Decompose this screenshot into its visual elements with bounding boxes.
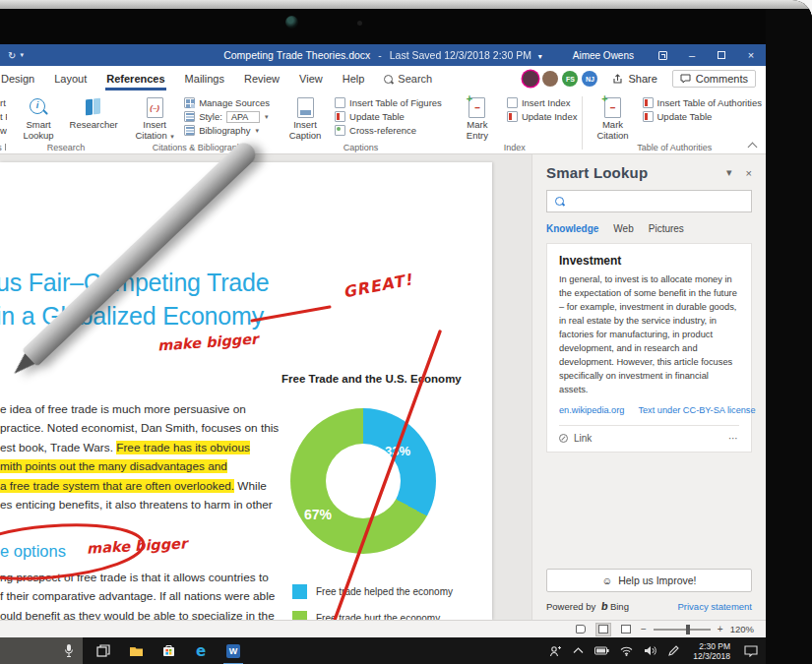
minimize-button[interactable]: – (677, 44, 707, 66)
chevron-up-icon[interactable] (573, 647, 584, 654)
insert-endnote-button[interactable]: rt Endnote (0, 96, 3, 109)
surface-device: ↻ ▾ Competing Trade Theories.docx - Last… (0, 0, 812, 664)
close-button[interactable]: × (736, 44, 766, 66)
zoom-in-button[interactable]: + (718, 624, 723, 634)
donut-chart[interactable]: 33% 67% (290, 408, 436, 554)
avatar-4[interactable]: NJ (582, 71, 597, 87)
word-taskbar-button[interactable]: W (225, 643, 241, 659)
share-label: Share (628, 73, 656, 85)
insert-table-of-figures-button[interactable]: Insert Table of Figures (335, 96, 442, 109)
pane-dropdown-icon[interactable]: ▾ (726, 166, 732, 179)
more-options-icon[interactable]: ⋯ (728, 433, 739, 444)
wikipedia-link[interactable]: en.wikipedia.org (559, 405, 624, 415)
zoom-slider[interactable] (654, 629, 711, 631)
comments-icon (680, 74, 691, 84)
insert-citation-button[interactable]: InsertCitation ▾ (129, 94, 180, 142)
pane-tab-web[interactable]: Web (613, 223, 633, 234)
tab-review[interactable]: Review (234, 66, 289, 91)
device-bezel-right (766, 9, 812, 664)
avatar-1[interactable] (523, 71, 538, 87)
comments-button[interactable]: Comments (672, 70, 756, 88)
battery-icon[interactable] (594, 646, 609, 655)
update-table-button[interactable]: Update Table (335, 110, 442, 123)
volume-icon[interactable] (644, 645, 656, 656)
doc-subheading: e options (0, 542, 66, 561)
signed-in-user[interactable]: Aimee Owens (573, 50, 634, 61)
system-tray: 2:30 PM 12/3/2018 (549, 641, 766, 661)
document-canvas[interactable]: us Fair–Competing Trade in a Globalized … (0, 154, 531, 620)
next-footnote-button[interactable]: t Footnote▾ (0, 110, 3, 123)
manage-sources-button[interactable]: Manage Sources (184, 96, 270, 109)
tab-mailings[interactable]: Mailings (175, 66, 234, 91)
read-mode-button[interactable] (573, 623, 589, 636)
tab-references[interactable]: References (96, 66, 174, 91)
update-index-icon (507, 111, 518, 122)
bibliography-button[interactable]: Bibliography▾ (184, 124, 270, 137)
card-heading: Investment (559, 254, 739, 268)
update-index-button[interactable]: Update Index (507, 110, 578, 123)
insert-caption-button[interactable]: InsertCaption (280, 94, 331, 141)
microsoft-store-button[interactable] (160, 643, 176, 659)
file-explorer-button[interactable] (128, 643, 144, 659)
redo-icon[interactable]: ↻ (8, 50, 16, 61)
ribbon-display-options-button[interactable] (648, 44, 677, 66)
privacy-statement-link[interactable]: Privacy statement (678, 601, 753, 612)
button-label: Insert Table of Figures (349, 97, 442, 108)
button-label: Researcher (70, 120, 118, 131)
researcher-button[interactable]: Researcher (68, 94, 119, 131)
zoom-out-button[interactable]: − (641, 624, 647, 634)
insert-citation-icon (143, 95, 167, 119)
tab-design[interactable]: Design (0, 66, 44, 91)
qat-dropdown-icon[interactable]: ▾ (20, 51, 24, 59)
group-label-text: s (0, 143, 2, 152)
update-toa-icon (643, 111, 654, 122)
print-layout-button[interactable] (595, 623, 611, 636)
insert-index-button[interactable]: Insert Index (507, 96, 578, 109)
license-link[interactable]: Text under CC-BY-SA license (638, 405, 755, 415)
search-box[interactable]: Search (374, 66, 442, 91)
tab-view[interactable]: View (289, 66, 333, 91)
help-us-improve-button[interactable]: ☺ Help us Improve! (546, 569, 752, 592)
pane-tab-pictures[interactable]: Pictures (649, 223, 684, 234)
share-button[interactable]: Share (605, 71, 663, 87)
people-icon[interactable] (549, 645, 562, 657)
tab-layout[interactable]: Layout (44, 66, 96, 91)
mark-citation-button[interactable]: MarkCitation (588, 94, 639, 141)
zoom-slider-thumb[interactable] (686, 625, 690, 634)
collab-area: FS NJ Share Comments (519, 66, 766, 91)
insert-table-of-authorities-button[interactable]: Insert Table of Authorities (643, 96, 763, 109)
action-center-icon[interactable] (744, 645, 758, 657)
title-dropdown-icon[interactable]: ▾ (538, 52, 542, 61)
task-view-button[interactable] (95, 643, 111, 659)
text-line: f their comparative advantage. If all na… (0, 587, 295, 606)
avatar-3[interactable]: FS (562, 71, 578, 87)
ribbon-group-table-of-authorities: MarkCitation Insert Table of Authorities… (584, 93, 767, 153)
style-value[interactable]: APA (226, 111, 260, 123)
avatar-2[interactable] (542, 71, 558, 87)
cross-reference-button[interactable]: Cross-reference (335, 124, 442, 137)
search-icon (555, 197, 564, 206)
collapse-ribbon-icon[interactable] (748, 141, 756, 149)
wifi-icon[interactable] (620, 646, 633, 656)
dialog-launcher-icon[interactable] (5, 144, 6, 151)
pane-search-input[interactable] (546, 190, 752, 212)
search-icon (384, 75, 393, 84)
update-toa-table-button[interactable]: Update Table (643, 110, 763, 123)
zoom-level[interactable]: 120% (730, 624, 754, 634)
link-row[interactable]: Link ⋯ (559, 433, 739, 444)
pen-icon[interactable] (667, 645, 679, 657)
web-layout-button[interactable] (618, 623, 634, 636)
tab-help[interactable]: Help (333, 66, 375, 91)
style-selector[interactable]: Style:APA▾ (184, 110, 270, 123)
titlebar: ↻ ▾ Competing Trade Theories.docx - Last… (0, 44, 766, 66)
restore-button[interactable] (707, 44, 736, 66)
edge-button[interactable]: e (193, 643, 209, 659)
ribbon-group-footnotes: rt Endnote t Footnote▾ w Notes s (0, 93, 7, 153)
smart-lookup-button[interactable]: SmartLookup (13, 94, 64, 141)
show-notes-button[interactable]: w Notes (0, 124, 3, 137)
pane-tab-knowledge[interactable]: Knowledge (546, 223, 598, 234)
text-line: ng prospect of free trade is that it all… (0, 569, 295, 587)
taskbar-clock[interactable]: 2:30 PM 12/3/2018 (693, 641, 730, 661)
mark-entry-button[interactable]: MarkEntry (452, 94, 503, 141)
pane-close-icon[interactable]: × (746, 167, 752, 179)
